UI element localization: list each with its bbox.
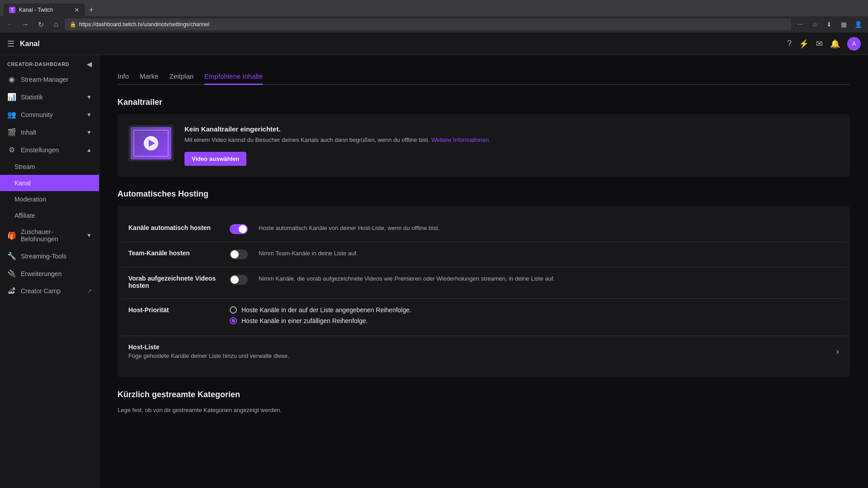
tab-marke[interactable]: Marke [140, 69, 159, 85]
bookmark-icon[interactable]: ☆ [808, 18, 821, 31]
sidebar-item-inhalt[interactable]: 🎬 Inhalt ▼ [0, 123, 99, 141]
help-icon[interactable]: ? [787, 39, 792, 48]
sidebar-item-streaming-tools[interactable]: 🔧 Streaming-Tools [0, 247, 99, 265]
community-chevron-icon: ▼ [86, 112, 92, 118]
radio-option-liste[interactable]: Hoste Kanäle in der auf der Liste angege… [230, 306, 839, 314]
sidebar-item-creator-camp[interactable]: 🏕 Creator Camp ↗ [0, 282, 99, 300]
refresh-button[interactable]: ↻ [34, 18, 47, 31]
sidebar-item-erweiterungen[interactable]: 🔌 Erweiterungen [0, 265, 99, 282]
forward-button[interactable]: → [19, 18, 32, 31]
toggle-row-kanaele: Kanäle automatisch hosten Hoste automati… [128, 217, 839, 242]
external-link-icon: ↗ [87, 288, 92, 294]
sidebar-item-erweiterungen-label: Erweiterungen [21, 270, 61, 277]
browser-toolbar-icons: ⋯ ☆ ⬇ ▦ 👤 [794, 18, 864, 31]
toggle-label-kanaele: Kanäle automatisch hosten [128, 224, 219, 233]
downloads-icon[interactable]: ⬇ [823, 18, 835, 31]
tab-info[interactable]: Info [118, 69, 129, 85]
automatisches-hosting-title: Automatisches Hosting [118, 189, 850, 199]
zuschauer-belohnungen-chevron-icon: ▼ [86, 232, 92, 239]
address-bar[interactable]: 🔒 https://dashboard.twitch.tv/u/andinotv… [65, 19, 791, 30]
browser-toolbar: ← → ↻ ⌂ 🔒 https://dashboard.twitch.tv/u/… [0, 16, 868, 33]
sidebar-item-kanal[interactable]: Kanal [0, 175, 99, 191]
active-tab[interactable]: T Kanal - Twitch ✕ [4, 4, 85, 16]
lightning-icon[interactable]: ⚡ [799, 39, 809, 49]
tab-close-button[interactable]: ✕ [74, 6, 80, 14]
sidebar-item-statistik[interactable]: 📊 Statistik ▼ [0, 88, 99, 106]
topbar-title: Kanal [20, 40, 40, 48]
extensions-icon[interactable]: ⋯ [794, 18, 807, 31]
radio-circle-zufaellig [230, 317, 237, 324]
sidebar-item-stream-manager[interactable]: ◉ Stream-Manager [0, 70, 99, 88]
sidebar-item-community-label: Community [21, 111, 53, 118]
toggle-team-kanaele[interactable] [230, 249, 248, 259]
no-trailer-text: Kein Kanaltrailer eingerichtet. [184, 125, 839, 133]
sidebar-item-inhalt-label: Inhalt [21, 129, 36, 136]
sidebar-item-einstellungen-label: Einstellungen [21, 146, 59, 154]
sidebar-item-affiliate[interactable]: Affiliate [0, 207, 99, 224]
sidebar: CREATOR-DASHBOARD ◀ ◉ Stream-Manager 📊 S… [0, 55, 99, 488]
mehr-info-link[interactable]: Weitere Informationen [431, 136, 489, 143]
toggle-label-team: Team-Kanäle hosten [128, 249, 219, 258]
erweiterungen-icon: 🔌 [7, 269, 16, 278]
community-icon: 👥 [7, 110, 16, 119]
toggle-label-host-prioritaet: Host-Priorität [128, 306, 219, 315]
statistik-chevron-icon: ▼ [86, 94, 92, 100]
toggle-row-host-prioritaet: Host-Priorität Hoste Kanäle in der auf d… [128, 299, 839, 336]
sidebar-item-zuschauer-belohnungen-label: Zuschauer-Belohnungen [21, 228, 82, 243]
sidebar-section-header: CREATOR-DASHBOARD ◀ [0, 55, 99, 70]
tab-zeitplan[interactable]: Zeitplan [170, 69, 193, 85]
home-button[interactable]: ⌂ [50, 18, 62, 31]
sidebar-item-moderation[interactable]: Moderation [0, 191, 99, 207]
sidebar-item-statistik-label: Statistik [21, 94, 43, 101]
tab-empfohlene-inhalte[interactable]: Empfohlene Inhalte [204, 69, 263, 85]
app: ☰ Kanal ? ⚡ ✉ 🔔 A CREATOR-DASHBOARD ◀ ◉ … [0, 33, 868, 488]
topbar-left: ☰ Kanal [7, 39, 40, 49]
kuerzelich-gestreamt-title: Kürzlich gestreamte Kategorien [118, 390, 850, 399]
sidebar-item-affiliate-label: Affiliate [14, 212, 35, 219]
radio-label-zufaellig: Hoste Kanäle in einer zufälligen Reihenf… [241, 317, 368, 324]
tabs-bar: Info Marke Zeitplan Empfohlene Inhalte [118, 69, 850, 85]
toggle-desc-vorab: Nimm Kanäle, die vorab aufgezeichnete Vi… [259, 275, 839, 283]
radio-circle-liste [230, 306, 237, 314]
browser-tabs: T Kanal - Twitch ✕ + [0, 0, 868, 16]
host-liste-row[interactable]: Host-Liste Füge gehostete Kanäle deiner … [128, 336, 839, 366]
mail-icon[interactable]: ✉ [816, 39, 823, 49]
toggle-vorab[interactable] [230, 275, 248, 285]
sidebar-section-label: CREATOR-DASHBOARD [7, 61, 69, 67]
sidebar-item-community[interactable]: 👥 Community ▼ [0, 106, 99, 123]
trailer-text: Kein Kanaltrailer eingerichtet. Mit eine… [184, 125, 839, 166]
sidebar-browser-icon[interactable]: ▦ [837, 18, 850, 31]
sidebar-item-stream-label: Stream [14, 163, 35, 170]
automatisches-hosting-card: Kanäle automatisch hosten Hoste automati… [118, 206, 850, 377]
host-liste-info: Host-Liste Füge gehostete Kanäle deiner … [128, 343, 289, 359]
tab-favicon: T [9, 7, 15, 13]
stream-manager-icon: ◉ [7, 75, 16, 84]
toggle-row-team: Team-Kanäle hosten Nimm Team-Kanäle in d… [128, 242, 839, 267]
toggle-label-vorab: Vorab aufgezeichnete Videos hosten [128, 275, 219, 291]
sidebar-item-creator-camp-label: Creator Camp [21, 287, 61, 295]
sidebar-collapse-button[interactable]: ◀ [87, 61, 92, 68]
sidebar-item-einstellungen[interactable]: ⚙ Einstellungen ▲ [0, 141, 99, 159]
user-avatar[interactable]: A [847, 37, 861, 51]
sidebar-item-zuschauer-belohnungen[interactable]: 🎁 Zuschauer-Belohnungen ▼ [0, 224, 99, 247]
einstellungen-icon: ⚙ [7, 145, 16, 154]
notification-icon[interactable]: 🔔 [830, 39, 840, 49]
streaming-tools-icon: 🔧 [7, 252, 16, 260]
tab-title: Kanal - Twitch [19, 7, 53, 13]
security-shield-icon: 🔒 [70, 21, 76, 28]
inhalt-chevron-icon: ▼ [86, 129, 92, 136]
profile-icon[interactable]: 👤 [852, 18, 864, 31]
back-button[interactable]: ← [4, 18, 16, 31]
video-auswaehlen-button[interactable]: Video auswählen [184, 152, 246, 166]
toggle-row-vorab: Vorab aufgezeichnete Videos hosten Nimm … [128, 267, 839, 299]
radio-option-zufaellig[interactable]: Hoste Kanäle in einer zufälligen Reihenf… [230, 317, 839, 324]
hamburger-menu-icon[interactable]: ☰ [7, 39, 14, 49]
kanaltrailer-title: Kanaltrailer [118, 98, 850, 107]
host-liste-chevron-right-icon[interactable]: › [836, 346, 839, 357]
kanaltrailer-card: Kein Kanaltrailer eingerichtet. Mit eine… [118, 114, 850, 177]
inhalt-icon: 🎬 [7, 128, 16, 136]
sidebar-item-stream[interactable]: Stream [0, 159, 99, 175]
new-tab-button[interactable]: + [85, 4, 98, 16]
toggle-kanaele-automatisch[interactable] [230, 224, 248, 234]
zuschauer-belohnungen-icon: 🎁 [7, 231, 16, 240]
